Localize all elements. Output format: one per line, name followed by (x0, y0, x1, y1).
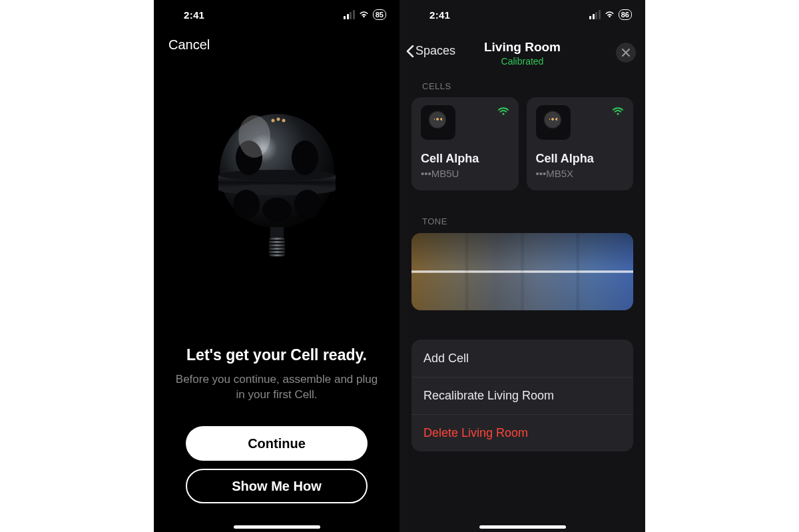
cellular-icon (344, 10, 355, 19)
show-me-how-button[interactable]: Show Me How (186, 469, 368, 503)
svg-point-5 (292, 140, 318, 175)
svg-point-2 (218, 170, 336, 180)
tone-section-label: TONE (422, 216, 447, 226)
cell-card[interactable]: Cell Alpha •••MB5U (411, 97, 519, 190)
svg-rect-13 (270, 227, 284, 238)
svg-point-12 (238, 115, 270, 158)
cellular-icon (589, 10, 601, 19)
page-title: Living Room (400, 40, 645, 55)
wifi-icon (604, 9, 615, 21)
close-button[interactable] (616, 43, 636, 63)
svg-point-10 (276, 118, 280, 121)
svg-point-3 (218, 184, 336, 195)
cell-id: •••MB5X (536, 168, 625, 179)
svg-point-7 (294, 190, 321, 219)
svg-point-11 (282, 119, 285, 123)
onboarding-screen: 2:41 85 Cancel (154, 0, 400, 532)
onboarding-subtitle: Before you continue, assemble and plug i… (174, 372, 380, 402)
status-bar: 2:41 86 (400, 0, 645, 29)
cell-id: •••MB5U (421, 168, 509, 179)
battery-icon: 86 (619, 9, 632, 20)
close-icon (622, 49, 630, 57)
svg-point-9 (271, 119, 274, 123)
status-icons: 86 (589, 9, 632, 21)
svg-point-6 (233, 190, 260, 219)
nav-header: Spaces Living Room Calibrated (400, 35, 645, 68)
cell-name: Cell Alpha (536, 152, 625, 166)
recalibrate-button[interactable]: Recalibrate Living Room (411, 377, 633, 414)
svg-point-16 (617, 113, 619, 115)
wifi-icon (497, 107, 509, 119)
svg-point-8 (262, 198, 292, 222)
cell-name: Cell Alpha (421, 152, 509, 166)
cancel-button[interactable]: Cancel (168, 37, 210, 53)
wifi-icon (612, 107, 624, 119)
space-detail-screen: 2:41 86 Spaces Living Room Calibrated CE… (400, 0, 645, 532)
cell-thumbnail (421, 105, 455, 140)
continue-button[interactable]: Continue (186, 426, 368, 461)
add-cell-button[interactable]: Add Cell (411, 340, 633, 377)
cell-card[interactable]: Cell Alpha •••MB5X (527, 97, 634, 190)
home-indicator[interactable] (479, 525, 566, 529)
status-bar: 2:41 85 (154, 0, 400, 29)
home-indicator[interactable] (234, 525, 320, 529)
status-time: 2:41 (429, 9, 450, 21)
calibration-status: Calibrated (400, 56, 645, 67)
status-time: 2:41 (184, 9, 204, 21)
battery-icon: 85 (373, 9, 386, 20)
status-icons: 85 (344, 9, 386, 21)
delete-space-button[interactable]: Delete Living Room (411, 414, 633, 451)
hero-illustration (154, 80, 400, 286)
wifi-icon (358, 9, 370, 21)
tone-selector[interactable] (411, 233, 633, 310)
cells-grid: Cell Alpha •••MB5U Cell Alpha •••MB5X (411, 97, 633, 190)
onboarding-title: Let's get your Cell ready. (154, 346, 400, 364)
cells-section-label: CELLS (422, 81, 451, 91)
actions-list: Add Cell Recalibrate Living Room Delete … (411, 340, 633, 451)
cell-thumbnail (536, 105, 571, 140)
svg-point-15 (502, 113, 504, 115)
